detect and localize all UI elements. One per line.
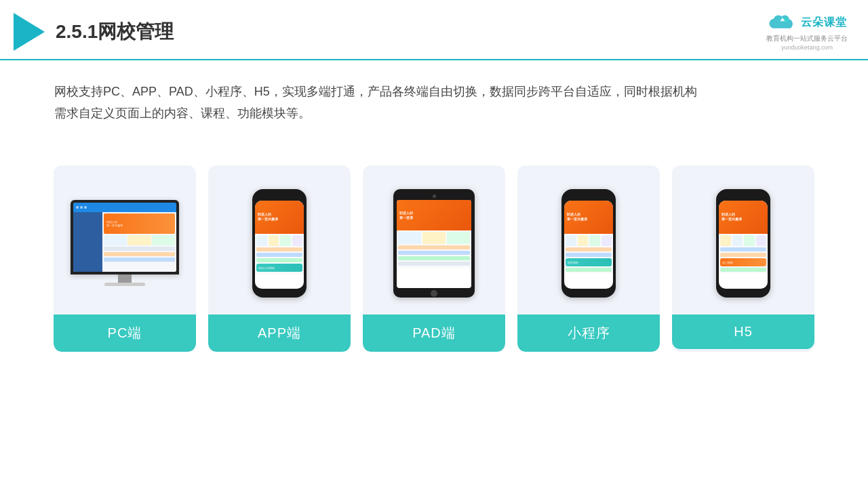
page-header: 2.5.1网校管理 云朵课堂 教育机构一站式服务云平台 yunduoketang… (0, 0, 868, 60)
description-text: 网校支持PC、APP、PAD、小程序、H5，实现多端打通，产品各终端自由切换，数… (0, 60, 868, 138)
brand-name: 云朵课堂 (801, 16, 847, 30)
tablet-camera (433, 195, 436, 198)
cloud-icon (767, 12, 797, 33)
miniprogram-phone-notch (579, 195, 598, 199)
h5-phone-screen: 职进人的第一堂兴趣课 热门课程 (719, 201, 768, 289)
app-card: 职进人的第一堂兴趣课 职进人的课程 (208, 165, 351, 352)
brand-tagline: 教育机构一站式服务云平台 (766, 34, 848, 43)
app-label: APP端 (208, 314, 351, 352)
pc-label: PC端 (54, 314, 196, 352)
brand-area: 云朵课堂 教育机构一站式服务云平台 yunduoketang.com (766, 12, 848, 51)
pc-screen-inner: 职进人的第一堂兴趣课 (73, 203, 176, 272)
miniprogram-phone-screen: 职进人的第一堂兴趣课 推荐课程 (564, 201, 613, 289)
miniprogram-card: 职进人的第一堂兴趣课 推荐课程 (517, 165, 660, 352)
h5-card: 职进人的第一堂兴趣课 热门课程 (672, 165, 814, 352)
tablet-screen: 职进人的第一堂课 (397, 200, 471, 288)
pad-card: 职进人的第一堂课 (363, 165, 505, 352)
pc-screen-outer: 职进人的第一堂兴趣课 (71, 200, 179, 274)
logo-triangle-icon (14, 13, 45, 51)
phone-notch (270, 195, 289, 199)
brand-url: yunduoketang.com (781, 44, 833, 51)
miniprogram-phone-mockup: 职进人的第一堂兴趣课 推荐课程 (561, 189, 616, 298)
h5-image-area: 职进人的第一堂兴趣课 热门课程 (672, 165, 814, 314)
miniprogram-image-area: 职进人的第一堂兴趣课 推荐课程 (517, 165, 660, 314)
h5-label: H5 (672, 314, 814, 349)
pad-image-area: 职进人的第一堂课 (363, 165, 505, 314)
miniprogram-label: 小程序 (517, 314, 660, 352)
brand-logo: 云朵课堂 (767, 12, 847, 33)
h5-phone-mockup: 职进人的第一堂兴趣课 热门课程 (716, 189, 770, 298)
tablet-outer: 职进人的第一堂课 (393, 189, 475, 298)
pc-image-area: 职进人的第一堂兴趣课 (54, 165, 196, 314)
pad-tablet-mockup: 职进人的第一堂课 (393, 189, 475, 298)
page-title: 2.5.1网校管理 (56, 19, 174, 45)
device-cards-container: 职进人的第一堂兴趣课 (0, 145, 868, 365)
pc-card: 职进人的第一堂兴趣课 (54, 165, 196, 352)
svg-point-0 (784, 18, 789, 22)
app-image-area: 职进人的第一堂兴趣课 职进人的课程 (208, 165, 351, 314)
pc-mockup: 职进人的第一堂兴趣课 (71, 200, 179, 286)
app-phone-screen: 职进人的第一堂兴趣课 职进人的课程 (255, 201, 304, 289)
header-left: 2.5.1网校管理 (14, 13, 174, 51)
pad-label: PAD端 (363, 314, 505, 352)
tablet-home-button (431, 290, 437, 297)
app-phone-mockup: 职进人的第一堂兴趣课 职进人的课程 (252, 189, 307, 298)
h5-phone-notch (734, 195, 753, 199)
